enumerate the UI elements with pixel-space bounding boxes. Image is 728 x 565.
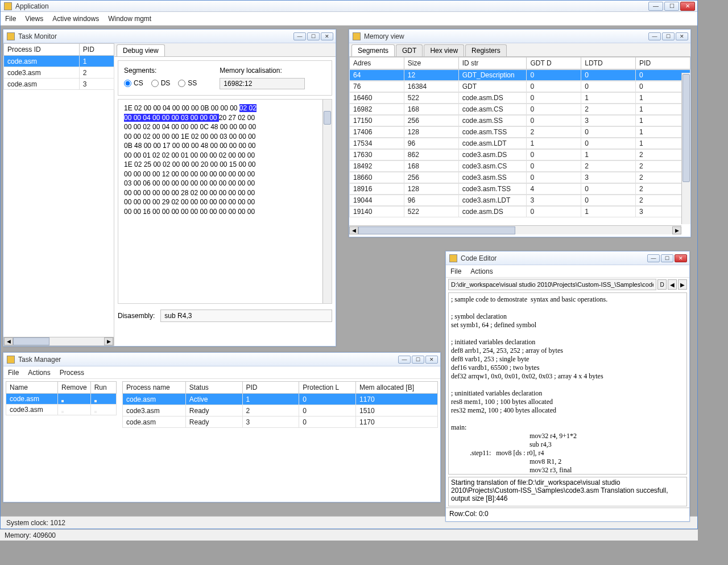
close-button[interactable]: ✕ [425, 356, 438, 364]
col-status[interactable]: Status [185, 382, 242, 394]
window-icon [449, 254, 457, 262]
table-row[interactable]: 18492168code3.asm.CS022 [349, 160, 690, 172]
menu-views[interactable]: Views [25, 15, 43, 23]
col-remove[interactable]: Remove [58, 382, 91, 394]
minimize-button[interactable]: — [648, 32, 661, 40]
table-row[interactable]: code.asm1 [4, 56, 114, 67]
ce-menu-actions[interactable]: Actions [470, 267, 493, 275]
minimize-button[interactable]: — [648, 2, 663, 11]
hex-scrollbar[interactable] [322, 100, 332, 303]
task-manager-titlebar[interactable]: Task Manager — ☐ ✕ [3, 353, 440, 366]
table-row[interactable]: code.asm [6, 394, 117, 405]
prev-button[interactable]: ◀ [668, 279, 677, 290]
tab-debug-view[interactable]: Debug view [117, 44, 165, 56]
hex-dump[interactable]: 1E 02 00 00 04 00 00 00 0B 00 00 00 02 0… [118, 99, 332, 304]
col-adres[interactable]: Adres [350, 57, 404, 69]
close-button[interactable]: ✕ [675, 254, 687, 262]
table-row[interactable]: 17150256code.asm.SS031 [349, 115, 690, 126]
menu-active-windows[interactable]: Active windows [52, 15, 99, 23]
minimize-button[interactable]: — [398, 356, 411, 364]
app-icon [4, 2, 12, 10]
table-row[interactable]: code3.asmReady201510 [123, 405, 438, 416]
radio-ss[interactable]: SS [178, 79, 197, 87]
table-row[interactable]: 1753496code.asm.LDT101 [349, 138, 690, 149]
table-row[interactable]: code.asm3 [4, 79, 114, 90]
run-button[interactable] [94, 411, 97, 413]
code-editor-titlebar[interactable]: Code Editor — ☐ ✕ [446, 251, 689, 265]
disasm-value[interactable] [160, 310, 332, 322]
file-path-input[interactable] [448, 279, 656, 290]
col-size[interactable]: Size [404, 57, 458, 69]
menu-file[interactable]: File [5, 15, 16, 23]
code-editor-status: Row:Col: 0:0 [446, 508, 689, 519]
tm-menu-actions[interactable]: Actions [28, 369, 50, 377]
table-row[interactable]: 6412GDT_Description000 [349, 69, 690, 81]
close-button[interactable]: ✕ [321, 32, 333, 40]
task-manager-title: Task Manager [18, 356, 398, 364]
col-pname[interactable]: Process name [123, 382, 186, 394]
col-run[interactable]: Run [90, 382, 116, 394]
radio-cs[interactable]: CS [124, 79, 143, 87]
tab-registers[interactable]: Registers [465, 44, 507, 56]
task-monitor-titlebar[interactable]: Task Monitor — ☐ ✕ [3, 30, 336, 43]
maximize-button[interactable]: ☐ [661, 254, 673, 262]
main-titlebar[interactable]: Application — ☐ ✕ [1, 1, 697, 12]
next-button[interactable]: ▶ [678, 279, 687, 290]
table-row[interactable]: 18660256code3.asm.SS032 [349, 172, 690, 183]
col-mem[interactable]: Mem allocated [B] [355, 382, 437, 394]
tm-menu-file[interactable]: File [8, 369, 19, 377]
memory-hscroll[interactable]: ◀▶ [349, 225, 681, 234]
col-ldtd[interactable]: LDTD [581, 57, 636, 69]
minimize-button[interactable]: — [647, 254, 660, 262]
d-button[interactable]: D [657, 279, 667, 290]
table-row[interactable]: code.asmReady301170 [123, 416, 438, 428]
table-row[interactable]: code3.asm [6, 405, 117, 415]
maximize-button[interactable]: ☐ [664, 2, 679, 11]
maximize-button[interactable]: ☐ [307, 32, 320, 40]
table-row[interactable]: 18916128code3.asm.TSS402 [349, 183, 690, 195]
col-process-id[interactable]: Process ID [4, 44, 80, 56]
tab-segments[interactable]: Segments [351, 44, 395, 56]
task-monitor-hscroll[interactable]: ◀▶ [3, 337, 114, 346]
menu-window-mgmt[interactable]: Window mgmt [108, 15, 151, 23]
table-row[interactable]: 7616384GDT000 [349, 81, 690, 92]
tm-menu-process[interactable]: Process [60, 369, 84, 377]
ce-menu-file[interactable]: File [450, 267, 461, 275]
table-row[interactable]: code3.asm2 [4, 67, 114, 79]
processes-table[interactable]: Process name Status PID Protection L Mem… [122, 381, 438, 428]
table-row[interactable]: 17630862code3.asm.DS012 [349, 149, 690, 160]
maximize-button[interactable]: ☐ [412, 356, 424, 364]
remove-button[interactable] [61, 411, 64, 413]
col-prot[interactable]: Protection L [299, 382, 356, 394]
memory-view-titlebar[interactable]: Memory view — ☐ ✕ [349, 30, 690, 43]
table-row[interactable]: 16982168code.asm.CS021 [349, 104, 690, 115]
tm-left-table[interactable]: Name Remove Run code.asmcode3.asm [6, 381, 117, 415]
memory-vscroll[interactable] [681, 73, 690, 224]
code-textarea[interactable]: ; sample code to demostrate syntax and b… [448, 292, 687, 475]
minimize-button[interactable]: — [293, 32, 306, 40]
radio-ds[interactable]: DS [151, 79, 171, 87]
table-row[interactable]: 19140522code.asm.DS013 [349, 206, 690, 217]
output-textarea[interactable]: Starting translation of file:D:\dir_work… [448, 477, 687, 506]
memloc-value[interactable] [220, 78, 305, 89]
code-editor-menubar: File Actions [446, 265, 689, 278]
col-pid[interactable]: PID [79, 44, 114, 56]
maximize-button[interactable]: ☐ [662, 32, 675, 40]
col-pid[interactable]: PID [636, 57, 690, 69]
close-button[interactable]: ✕ [676, 32, 688, 40]
col-gdtd[interactable]: GDT D [527, 57, 581, 69]
table-row[interactable]: 16460522code.asm.DS011 [349, 92, 690, 104]
col-idstr[interactable]: ID str [458, 57, 527, 69]
col-pid2[interactable]: PID [242, 382, 299, 394]
tab-gdt[interactable]: GDT [396, 44, 423, 56]
close-button[interactable]: ✕ [680, 2, 695, 11]
tab-hex[interactable]: Hex view [424, 44, 464, 56]
col-name[interactable]: Name [6, 382, 58, 394]
table-row[interactable]: 17406128code.asm.TSS201 [349, 126, 690, 138]
table-row[interactable]: code.asmActive101170 [123, 394, 438, 405]
table-row[interactable]: 1904496code3.asm.LDT302 [349, 195, 690, 206]
run-button[interactable] [94, 400, 97, 402]
process-id-table[interactable]: Process ID PID code.asm1code3.asm2code.a… [3, 43, 114, 90]
segments-table[interactable]: Adres Size ID str GDT D LDTD PID 6412GDT… [349, 57, 690, 222]
remove-button[interactable] [61, 400, 64, 402]
